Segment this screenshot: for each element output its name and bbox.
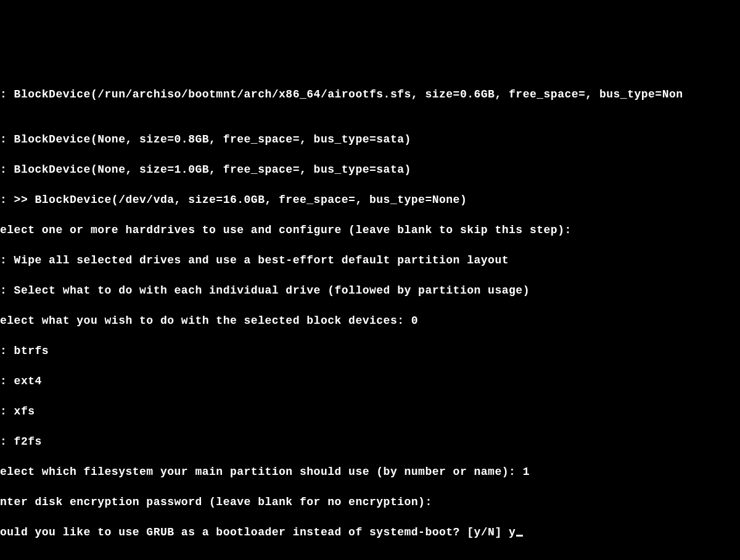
block-device-line-3: : >> BlockDevice(/dev/vda, size=16.0GB, … <box>0 192 740 208</box>
filesystem-option-btrfs: : btrfs <box>0 344 740 359</box>
bootloader-prompt-line: ould you like to use GRUB as a bootloade… <box>0 525 740 540</box>
filesystem-option-f2fs: : f2fs <box>0 434 740 450</box>
select-individual-option-line: : Select what to do with each individual… <box>0 283 740 299</box>
select-harddrive-prompt: elect one or more harddrives to use and … <box>0 223 740 238</box>
block-device-line-0: : BlockDevice(/run/archiso/bootmnt/arch/… <box>0 87 740 102</box>
block-device-line-2: : BlockDevice(None, size=1.0GB, free_spa… <box>0 162 740 178</box>
wipe-option-line: : Wipe all selected drives and use a bes… <box>0 253 740 268</box>
select-block-devices-prompt: elect what you wish to do with the selec… <box>0 313 740 329</box>
block-device-line-1: : BlockDevice(None, size=0.8GB, free_spa… <box>0 132 740 147</box>
bootloader-prompt-text: ould you like to use GRUB as a bootloade… <box>0 526 509 538</box>
select-filesystem-prompt: elect which filesystem your main partiti… <box>0 464 740 480</box>
terminal-output[interactable]: : BlockDevice(/run/archiso/bootmnt/arch/… <box>0 72 740 555</box>
user-input[interactable]: y <box>509 526 516 538</box>
filesystem-option-xfs: : xfs <box>0 404 740 419</box>
filesystem-option-ext4: : ext4 <box>0 374 740 389</box>
cursor-icon <box>516 535 523 537</box>
encryption-password-prompt: nter disk encryption password (leave bla… <box>0 495 740 510</box>
